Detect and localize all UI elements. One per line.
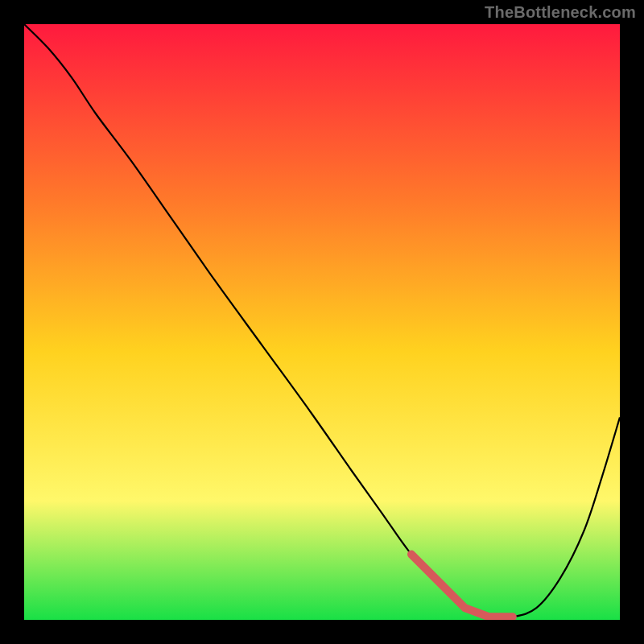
gradient-background [24,24,620,620]
watermark-text: TheBottleneck.com [485,3,636,22]
chart-svg [24,24,620,620]
plot-area [24,24,620,620]
chart-frame: TheBottleneck.com [0,0,644,644]
